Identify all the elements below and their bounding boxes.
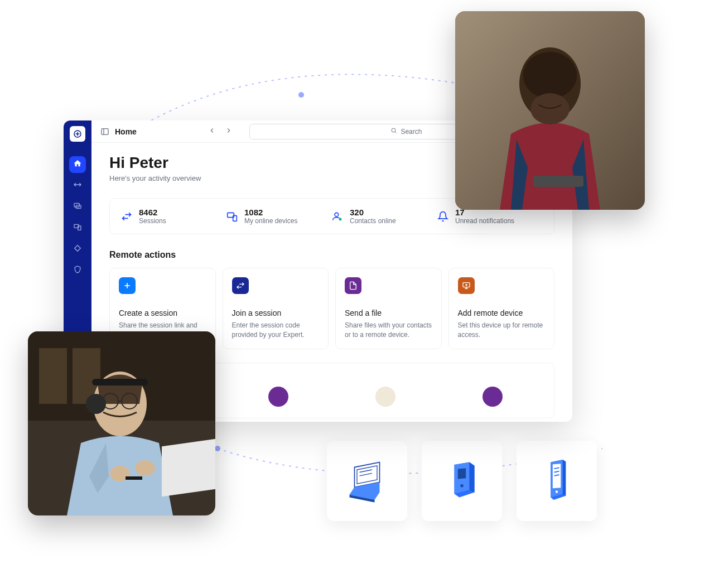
- svg-line-9: [395, 132, 397, 133]
- join-session-card[interactable]: Join a session Enter the session code pr…: [223, 268, 329, 349]
- svg-point-12: [335, 213, 339, 216]
- svg-rect-25: [533, 176, 583, 187]
- action-title: Create a session: [119, 309, 206, 317]
- nav-shield[interactable]: [69, 262, 86, 279]
- server-device-card[interactable]: [422, 441, 502, 521]
- svg-rect-35: [92, 379, 148, 385]
- bell-icon: [437, 211, 448, 222]
- send-file-card[interactable]: Send a file Share files with your contac…: [335, 268, 442, 349]
- svg-rect-29: [39, 348, 67, 404]
- stat-label: Contacts online: [350, 217, 396, 225]
- phone-icon: [532, 455, 582, 507]
- devices-stat-icon: [226, 211, 238, 222]
- svg-point-0: [298, 92, 304, 98]
- file-icon: [345, 277, 361, 294]
- chevron-left-icon: [208, 127, 216, 137]
- svg-point-41: [215, 446, 220, 451]
- app-logo[interactable]: [70, 126, 85, 142]
- svg-point-45: [460, 484, 463, 487]
- contact-item[interactable]: [442, 374, 543, 407]
- avatar: [268, 387, 288, 407]
- chevron-right-icon: [225, 127, 233, 137]
- contacts-icon: [332, 211, 343, 222]
- nav-back-button[interactable]: [205, 124, 219, 139]
- phone-device-card[interactable]: [517, 441, 597, 521]
- stat-value: 8462: [139, 208, 166, 217]
- svg-point-50: [556, 490, 558, 493]
- stat-label: Sessions: [139, 217, 166, 225]
- svg-point-36: [86, 394, 106, 414]
- nav-sessions[interactable]: [69, 177, 86, 194]
- chat-icon: [73, 201, 82, 213]
- avatar: [483, 387, 503, 407]
- nav-forward-button[interactable]: [221, 124, 236, 139]
- breadcrumb-title: Home: [115, 127, 137, 136]
- laptop-device-card[interactable]: [327, 441, 407, 521]
- svg-rect-46: [553, 464, 561, 488]
- home-icon: [73, 159, 82, 170]
- tag-icon: [73, 244, 82, 255]
- svg-rect-40: [126, 476, 142, 480]
- search-placeholder: Search: [401, 128, 422, 136]
- svg-rect-44: [458, 468, 466, 479]
- stat-value: 1082: [244, 208, 297, 217]
- action-desc: Share files with your contacts or to a r…: [345, 321, 432, 340]
- devices-icon: [73, 223, 82, 234]
- plus-icon: [119, 277, 136, 294]
- stat-value: 320: [350, 208, 396, 217]
- stat-label: Unread notifications: [455, 217, 514, 225]
- laptop-icon: [342, 455, 392, 507]
- nav-tag[interactable]: [69, 241, 86, 258]
- nav-home[interactable]: [69, 156, 86, 173]
- swap-icon: [73, 180, 82, 191]
- contact-item[interactable]: [228, 374, 329, 407]
- action-desc: Enter the session code provided by your …: [232, 321, 320, 340]
- stat-notifications[interactable]: 17 Unread notifications: [437, 208, 543, 225]
- svg-point-13: [339, 218, 342, 220]
- action-title: Send a file: [345, 309, 432, 317]
- search-icon: [390, 127, 397, 136]
- nav-chat[interactable]: [69, 199, 86, 215]
- sessions-icon: [121, 211, 132, 222]
- avatar: [375, 387, 395, 407]
- monitor-plus-icon: [458, 277, 475, 294]
- action-desc: Set this device up for remote access.: [458, 321, 546, 340]
- nav-devices[interactable]: [69, 220, 86, 237]
- svg-point-39: [135, 460, 155, 476]
- svg-rect-37: [162, 439, 215, 497]
- stat-sessions[interactable]: 8462 Sessions: [121, 208, 226, 225]
- contact-item[interactable]: [335, 374, 436, 407]
- svg-point-24: [523, 52, 577, 99]
- action-title: Join a session: [232, 309, 320, 317]
- shield-icon: [73, 265, 82, 276]
- join-icon: [232, 277, 249, 294]
- stat-contacts[interactable]: 320 Contacts online: [332, 208, 437, 225]
- device-cards-row: [327, 441, 597, 521]
- server-icon: [437, 455, 487, 507]
- action-title: Add remote device: [458, 309, 546, 317]
- person-photo-top: [455, 11, 645, 210]
- panel-toggle-icon[interactable]: [100, 127, 109, 136]
- svg-rect-6: [102, 128, 108, 134]
- add-device-card[interactable]: Add remote device Set this device up for…: [448, 268, 555, 349]
- stat-label: My online devices: [244, 217, 297, 225]
- person-photo-bottom: [28, 331, 215, 515]
- remote-actions-title: Remote actions: [109, 250, 554, 260]
- svg-point-8: [392, 128, 395, 132]
- stat-devices[interactable]: 1082 My online devices: [226, 208, 332, 225]
